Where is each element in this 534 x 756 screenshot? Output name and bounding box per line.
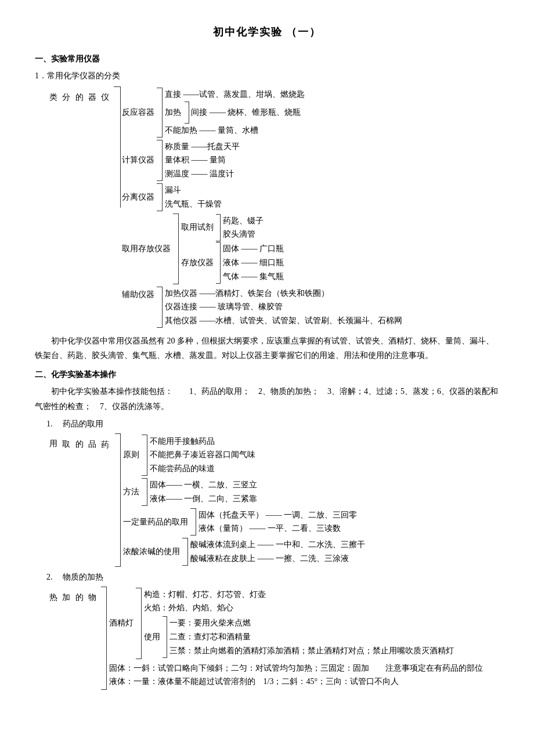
storage-sub-item-1: 固体 —— 广口瓶 [223, 242, 284, 256]
page-title: 初中化学实验 （一） [35, 23, 499, 41]
instruments-branches: 反应容器 直接 ——试管、蒸发皿、坩埚、燃烧匙 加热 间接 —— 烧杯、锥形瓶、… [122, 86, 403, 329]
measured-drugs-items: 固体（托盘天平） —— 一调、二放、三回零 液体（量筒） —— 一平、二看、三读… [199, 508, 357, 536]
reaction-container-label: 反应容器 [122, 88, 154, 138]
storage-instruments-items: 取用试剂 药匙、镊子 胶头滴管 存放仪器 固体 —— 广口瓶 液体 [181, 214, 284, 284]
sep-item-2: 洗气瓶、干燥管 [165, 197, 222, 211]
acid-base-item-2: 酸碱液粘在皮肤上 —— 一擦、二洗、三涂液 [190, 552, 365, 566]
auxiliary-instruments-items: 加热仪器 ——酒精灯、铁架台（铁夹和铁圈） 仪器连接 —— 玻璃导管、橡胶管 其… [165, 287, 403, 328]
separation-instruments-label: 分离仪器 [122, 183, 154, 211]
auxiliary-instruments-label: 辅助仪器 [122, 287, 154, 302]
principle-label: 原则 [123, 435, 139, 476]
acid-base-item-1: 酸碱液体流到桌上 —— 一中和、二水洗、三擦干 [190, 538, 365, 552]
al-use-item-1: 一要：要用火柴来点燃 [169, 616, 454, 630]
sep-item-1: 漏斗 [165, 183, 222, 197]
measured-drugs-item-1: 固体（托盘天平） —— 一调、二放、三回零 [199, 508, 357, 522]
acid-base-items: 酸碱液体流到桌上 —— 一中和、二水洗、三擦干 酸碱液粘在皮肤上 —— 一擦、二… [190, 538, 365, 566]
heating-tree: 物的加热 酒精灯 构造：灯帽、灯芯、灯芯管、灯壶 火焰：外焰、内焰、焰心 使用 … [46, 587, 499, 690]
measured-drugs-item-2: 液体（量筒） —— 一平、二看、三读数 [199, 522, 357, 536]
instruments-tree: 仪器的分类 反应容器 直接 ——试管、蒸发皿、坩埚、燃烧匙 加热 间接 —— 烧… [46, 86, 499, 329]
heating-vert-label: 物的加热 [46, 587, 99, 690]
separation-instruments-items: 漏斗 洗气瓶、干燥管 [165, 183, 222, 211]
heating-branches: 酒精灯 构造：灯帽、灯芯、灯芯管、灯壶 火焰：外焰、内焰、焰心 使用 一要：要用… [109, 587, 483, 690]
acid-base-label: 浓酸浓碱的使用 [123, 538, 180, 566]
al-use-item-3: 三禁：禁止向燃着的酒精灯添加酒精；禁止酒精灯对点；禁止用嘴吹质灭酒精灯 [169, 644, 454, 658]
method-item-1: 固体—— 一横、二放、三竖立 [150, 478, 258, 492]
principle-item-1: 不能用手接触药品 [150, 435, 255, 448]
calc-instruments-label: 计算仪器 [122, 140, 154, 181]
al-use-label: 使用 [144, 616, 160, 657]
reagent-use-items: 药匙、镊子 胶头滴管 [223, 214, 264, 242]
method-item-2: 液体—— 一倒、二向、三紧靠 [150, 492, 258, 506]
storage-sub-label: 存放仪器 [181, 242, 214, 283]
drugs-branches: 原则 不能用手接触药品 不能把鼻子凑近容器口闻气味 不能尝药品的味道 方法 固体… [123, 433, 365, 567]
instruments-note: 初中化学仪器中常用仪器虽然有 20 多种，但根据大纲要求，应该重点掌握的有试管、… [35, 334, 499, 363]
storage-sub-item-2: 液体 —— 细口瓶 [223, 256, 284, 270]
al-flame: 火焰：外焰、内焰、焰心 [144, 601, 454, 615]
instruments-vert-label: 仪器的分类 [46, 86, 111, 88]
reagent-use-item-1: 药匙、镊子 [223, 214, 264, 228]
principle-item-2: 不能把鼻子凑近容器口闻气味 [150, 448, 255, 462]
aux-item-1: 加热仪器 ——酒精灯、铁架台（铁夹和铁圈） [165, 287, 403, 301]
al-struct: 构造：灯帽、灯芯、灯芯管、灯壶 [144, 588, 454, 602]
section-1-header: 一、实验常用仪器 [35, 52, 499, 66]
measured-drugs-label: 一定量药品的取用 [123, 508, 188, 536]
aux-item-3: 其他仪器 ——水槽、试管夹、试管架、试管刷、长颈漏斗、石棉网 [165, 314, 403, 328]
calc-item-2: 量体积 —— 量筒 [165, 153, 240, 167]
drugs-tree: 药品的取用 原则 不能用手接触药品 不能把鼻子凑近容器口闻气味 不能尝药品的味道… [46, 433, 499, 567]
aux-item-2: 仪器连接 —— 玻璃导管、橡胶管 [165, 300, 403, 314]
heating-liquid: 液体：一量：液体量不能超过试管溶剂的 1/3；二斜：45°；三向：试管口不向人 [109, 675, 483, 689]
reagent-use-item-2: 胶头滴管 [223, 227, 264, 241]
calc-item-1: 称质量 ——托盘天平 [165, 140, 240, 154]
principle-items: 不能用手接触药品 不能把鼻子凑近容器口闻气味 不能尝药品的味道 [150, 435, 255, 476]
reaction-item-2: 加热 间接 —— 烧杯、锥形瓶、烧瓶 [165, 102, 305, 124]
method-items: 固体—— 一横、二放、三竖立 液体—— 一倒、二向、三紧靠 [150, 478, 258, 506]
calc-instruments-items: 称质量 ——托盘天平 量体积 —— 量筒 测温度 —— 温度计 [165, 140, 240, 181]
drugs-vert-label: 药品的取用 [46, 433, 111, 567]
reaction-container-items: 直接 ——试管、蒸发皿、坩埚、燃烧匙 加热 间接 —— 烧杯、锥形瓶、烧瓶 不能… [165, 88, 305, 138]
reaction-item-1: 直接 ——试管、蒸发皿、坩埚、燃烧匙 [165, 88, 305, 102]
subsection-1-1-label: 1．常用化学仪器的分类 [35, 68, 499, 83]
storage-instruments-label: 取用存放仪器 [122, 214, 171, 284]
calc-item-3: 测温度 —— 温度计 [165, 167, 240, 181]
storage-sub-items: 固体 —— 广口瓶 液体 —— 细口瓶 气体 —— 集气瓶 [223, 242, 284, 283]
subsection-2-1-label: 1. 药品的取用 [46, 417, 499, 431]
storage-sub-item-3: 气体 —— 集气瓶 [223, 270, 284, 284]
method-label: 方法 [123, 478, 139, 506]
section-2-header: 二、化学实验基本操作 [35, 367, 499, 382]
alcohol-lamp-label: 酒精灯 [109, 588, 134, 659]
section-2-intro: 初中化学实验基本操作技能包括： 1、药品的取用； 2、物质的加热； 3、溶解；4… [35, 384, 499, 413]
subsection-2-2-label: 2. 物质的加热 [46, 570, 499, 584]
reaction-item-3: 不能加热 —— 量筒、水槽 [165, 124, 305, 138]
heating-solid: 固体：一斜：试管口略向下倾斜；二匀：对试管均匀加热；三固定：固加 注意事项定在有… [109, 661, 483, 675]
al-use-item-2: 二查：查灯芯和酒精量 [169, 630, 454, 644]
reagent-use-label: 取用试剂 [181, 214, 214, 242]
principle-item-3: 不能尝药品的味道 [150, 462, 255, 476]
heating-methods: 固体：一斜：试管口略向下倾斜；二匀：对试管均匀加热；三固定：固加 注意事项定在有… [109, 661, 483, 689]
al-use-items: 一要：要用火柴来点燃 二查：查灯芯和酒精量 三禁：禁止向燃着的酒精灯添加酒精；禁… [169, 616, 454, 657]
alcohol-lamp-branches: 构造：灯帽、灯芯、灯芯管、灯壶 火焰：外焰、内焰、焰心 使用 一要：要用火柴来点… [144, 588, 454, 659]
